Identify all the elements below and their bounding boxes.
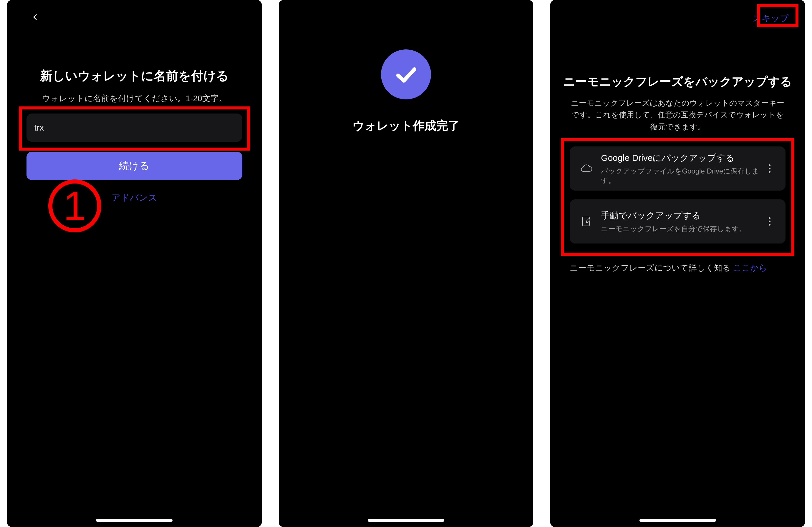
learn-more-row: ニーモニックフレーズについて詳しく知る ここから bbox=[570, 262, 767, 273]
page-title: ウォレット作成完了 bbox=[279, 118, 534, 134]
backup-option-google-drive[interactable]: Google Driveにバックアップする バックアップファイルをGoogle … bbox=[570, 147, 785, 191]
continue-button[interactable]: 続ける bbox=[27, 152, 242, 180]
svg-point-5 bbox=[769, 221, 770, 222]
svg-point-0 bbox=[769, 164, 770, 166]
chevron-left-icon bbox=[31, 13, 39, 21]
phone-screen-1: 新しいウォレットに名前を付ける ウォレットに名前を付けてください。1-20文字。… bbox=[7, 0, 262, 527]
home-indicator bbox=[639, 519, 716, 522]
page-title: ニーモニックフレーズをバックアップする bbox=[550, 74, 805, 90]
wallet-name-input[interactable] bbox=[27, 114, 242, 142]
home-indicator bbox=[96, 519, 173, 522]
page-subtitle: ニーモニックフレーズはあなたのウォレットのマスターキーです。これを使用して、任意… bbox=[568, 97, 787, 133]
page-title: 新しいウォレットに名前を付ける bbox=[7, 67, 262, 84]
svg-point-2 bbox=[769, 171, 770, 172]
more-vertical-icon bbox=[768, 164, 771, 173]
backup-option-manual[interactable]: 手動でバックアップする ニーモニックフレーズを自分で保存します。 bbox=[570, 199, 785, 243]
success-check-icon bbox=[381, 49, 431, 100]
phone-screen-3: スキップ ニーモニックフレーズをバックアップする ニーモニックフレーズはあなたの… bbox=[550, 0, 805, 527]
option-title: 手動でバックアップする bbox=[601, 210, 760, 222]
skip-button[interactable]: スキップ bbox=[751, 10, 790, 27]
option-title: Google Driveにバックアップする bbox=[601, 152, 760, 164]
note-edit-icon bbox=[580, 215, 593, 228]
option-description: ニーモニックフレーズを自分で保存します。 bbox=[601, 224, 760, 234]
back-button[interactable] bbox=[28, 10, 42, 24]
learn-more-prefix: ニーモニックフレーズについて詳しく知る bbox=[570, 263, 733, 272]
svg-point-4 bbox=[769, 217, 770, 219]
option-description: バックアップファイルをGoogle Driveに保存します。 bbox=[601, 166, 760, 185]
more-options-button[interactable] bbox=[764, 163, 775, 175]
more-options-button[interactable] bbox=[764, 215, 775, 227]
svg-point-6 bbox=[769, 224, 770, 226]
cloud-icon bbox=[580, 162, 593, 175]
annotation-step-number-text: 1 bbox=[63, 185, 86, 226]
phone-screen-2: ウォレット作成完了 bbox=[279, 0, 534, 527]
advance-link[interactable]: アドバンス bbox=[7, 192, 262, 204]
more-vertical-icon bbox=[768, 217, 771, 226]
svg-point-1 bbox=[769, 168, 770, 169]
page-subtitle: ウォレットに名前を付けてください。1-20文字。 bbox=[7, 93, 262, 104]
learn-more-link[interactable]: ここから bbox=[733, 263, 767, 272]
annotation-step-number: 1 bbox=[48, 179, 101, 232]
home-indicator bbox=[368, 519, 444, 522]
